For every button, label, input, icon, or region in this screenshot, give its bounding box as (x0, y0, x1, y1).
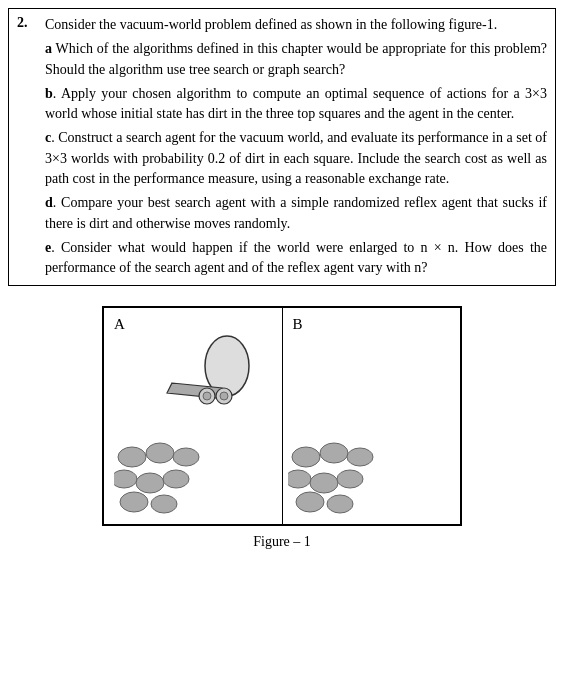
svg-point-5 (220, 392, 228, 400)
figure-box: A (102, 306, 462, 526)
part-b-text: . Apply your chosen algorithm to compute… (45, 86, 547, 121)
problem-part-a: a Which of the algorithms defined in thi… (45, 39, 547, 80)
problem-part-d: d. Compare your best search agent with a… (45, 193, 547, 234)
svg-point-16 (347, 448, 373, 466)
problem-container: 2. Consider the vacuum-world problem def… (8, 8, 556, 286)
figure-container: A (8, 306, 556, 550)
svg-point-6 (118, 447, 146, 467)
svg-point-14 (292, 447, 320, 467)
svg-point-17 (288, 470, 311, 488)
problem-number: 2. (17, 15, 45, 279)
svg-point-21 (327, 495, 353, 513)
figure-cell-a: A (104, 308, 283, 524)
problem-part-c: c. Construct a search agent for the vacu… (45, 128, 547, 189)
svg-point-13 (151, 495, 177, 513)
svg-point-20 (296, 492, 324, 512)
svg-point-10 (136, 473, 164, 493)
part-a-label: a (45, 41, 52, 56)
part-d-label: d (45, 195, 53, 210)
part-b-label: b (45, 86, 53, 101)
dirt-piles-a (114, 439, 244, 509)
part-e-text: . Consider what would happen if the worl… (45, 240, 547, 275)
dirt-piles-b (288, 439, 418, 509)
cell-a-label: A (114, 316, 125, 333)
part-c-text: . Construct a search agent for the vacuu… (45, 130, 547, 186)
cell-b-label: B (293, 316, 303, 333)
problem-content: Consider the vacuum-world problem define… (45, 15, 547, 279)
svg-point-4 (203, 392, 211, 400)
svg-point-18 (310, 473, 338, 493)
problem-part-b: b. Apply your chosen algorithm to comput… (45, 84, 547, 125)
svg-point-11 (163, 470, 189, 488)
problem-part-e: e. Consider what would happen if the wor… (45, 238, 547, 279)
dirt-b-svg (288, 439, 428, 514)
svg-point-8 (173, 448, 199, 466)
problem-intro: Consider the vacuum-world problem define… (45, 15, 547, 35)
svg-point-7 (146, 443, 174, 463)
figure-cell-b: B (283, 308, 461, 524)
svg-point-12 (120, 492, 148, 512)
figure-caption: Figure – 1 (253, 534, 311, 550)
dirt-a-svg (114, 439, 254, 514)
svg-point-9 (114, 470, 137, 488)
vacuum-svg (152, 328, 272, 413)
svg-point-15 (320, 443, 348, 463)
vacuum-cleaner (152, 328, 272, 408)
svg-point-19 (337, 470, 363, 488)
part-d-text: . Compare your best search agent with a … (45, 195, 547, 230)
part-a-text: Which of the algorithms defined in this … (45, 41, 547, 76)
